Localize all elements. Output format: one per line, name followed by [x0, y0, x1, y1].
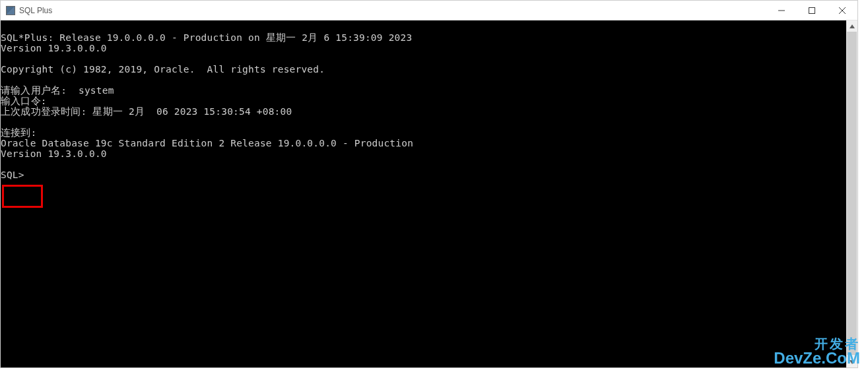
- window-controls: [766, 1, 857, 20]
- terminal-line: 输入口令:: [1, 96, 846, 106]
- scroll-up-icon[interactable]: [846, 20, 857, 32]
- vertical-scrollbar[interactable]: [846, 20, 857, 367]
- minimize-button[interactable]: [766, 1, 797, 20]
- terminal-line: Version 19.3.0.0.0: [1, 43, 846, 53]
- terminal-line: [1, 22, 846, 32]
- terminal-line: [1, 75, 846, 85]
- svg-rect-1: [809, 7, 815, 13]
- maximize-button[interactable]: [797, 1, 827, 20]
- terminal-line: [1, 117, 846, 127]
- terminal-line: [1, 159, 846, 170]
- terminal-line: 请输入用户名: system: [1, 85, 846, 96]
- sql-plus-window: SQL Plus SQL*Plus: Release 19.0.0.0.0 - …: [0, 0, 858, 368]
- svg-marker-5: [850, 360, 855, 364]
- close-button[interactable]: [827, 1, 857, 20]
- terminal-line: 连接到:: [1, 127, 846, 138]
- terminal-line: Version 19.3.0.0.0: [1, 148, 846, 159]
- terminal-line: Copyright (c) 1982, 2019, Oracle. All ri…: [1, 64, 846, 75]
- terminal-line: [1, 53, 846, 64]
- svg-marker-4: [850, 24, 855, 28]
- titlebar-left: SQL Plus: [6, 6, 52, 15]
- titlebar: SQL Plus: [1, 1, 857, 20]
- window-title: SQL Plus: [19, 6, 52, 15]
- terminal-output[interactable]: SQL*Plus: Release 19.0.0.0.0 - Productio…: [1, 20, 846, 367]
- scroll-thumb[interactable]: [847, 32, 857, 355]
- app-icon: [6, 6, 15, 15]
- terminal-line: SQL*Plus: Release 19.0.0.0.0 - Productio…: [1, 32, 846, 43]
- terminal-line: Oracle Database 19c Standard Edition 2 R…: [1, 138, 846, 148]
- scroll-down-icon[interactable]: [846, 356, 857, 367]
- terminal-line: 上次成功登录时间: 星期一 2月 06 2023 15:30:54 +08:00: [1, 106, 846, 117]
- terminal-line: SQL>: [1, 170, 846, 180]
- terminal-wrap: SQL*Plus: Release 19.0.0.0.0 - Productio…: [1, 20, 857, 367]
